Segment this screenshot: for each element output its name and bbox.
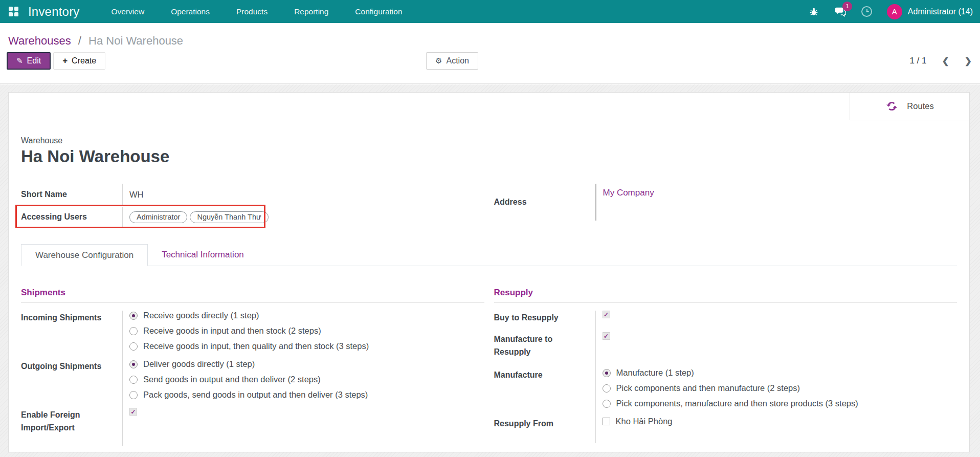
activities-clock-icon[interactable] <box>860 5 874 18</box>
manufacture-label: Manufacture <box>494 368 595 417</box>
routes-button[interactable]: Routes <box>850 93 969 120</box>
content-area: Routes Warehouse Ha Noi Warehouse Short … <box>0 84 980 457</box>
pager-count[interactable]: 1 / 1 <box>909 56 926 66</box>
accessing-users-tags: Administrator Nguyễn Thanh Thư <box>129 211 269 223</box>
option-label: Send goods in output and then deliver (2… <box>143 375 321 384</box>
option-label: Pack goods, send goods in output and the… <box>143 390 368 400</box>
accessing-users-row: Accessing Users Administrator Nguyễn Tha… <box>21 205 484 229</box>
tab-technical-information[interactable]: Technical Information <box>148 244 258 266</box>
buy-to-resupply-label: Buy to Resupply <box>494 311 595 332</box>
address-company-link[interactable]: My Company <box>603 188 654 198</box>
resupply-section: Resupply Buy to Resupply Manufacture to … <box>494 288 957 446</box>
breadcrumb-separator: / <box>78 34 81 47</box>
menu-products[interactable]: Products <box>236 7 268 16</box>
outgoing-shipments-row: Outgoing Shipments Deliver goods directl… <box>21 359 484 408</box>
shipments-section: Shipments Incoming Shipments Receive goo… <box>21 288 484 446</box>
gear-icon: ⚙ <box>435 56 442 66</box>
resupply-from-row: Resupply From Kho Hải Phòng <box>494 417 957 443</box>
short-name-label: Short Name <box>21 188 122 201</box>
breadcrumb: Warehouses / Ha Noi Warehouse <box>8 34 183 48</box>
option-label: Pick components and then manufacture (2 … <box>616 383 800 393</box>
short-name-row: Short Name WH <box>21 184 484 205</box>
create-button[interactable]: + Create <box>53 52 105 70</box>
option-label: Kho Hải Phòng <box>616 417 673 426</box>
radio-manufacture-3steps[interactable] <box>603 400 611 408</box>
incoming-shipments-label: Incoming Shipments <box>21 311 122 359</box>
menu-reporting[interactable]: Reporting <box>294 7 328 16</box>
messages-icon[interactable]: 1 <box>834 5 847 18</box>
debug-bug-icon[interactable] <box>807 5 820 18</box>
user-menu[interactable]: A Administrator (14) <box>887 4 973 19</box>
notebook-tabs: Warehouse Configuration Technical Inform… <box>21 244 957 266</box>
buy-to-resupply-row: Buy to Resupply <box>494 311 957 332</box>
manufacture-row: Manufacture Manufacture (1 step) Pick co… <box>494 368 957 417</box>
outgoing-shipments-label: Outgoing Shipments <box>21 359 122 408</box>
user-tag: Nguyễn Thanh Thư <box>190 211 268 223</box>
warehouse-field-label: Warehouse <box>21 136 957 145</box>
resupply-title: Resupply <box>494 288 957 302</box>
message-count-badge: 1 <box>842 2 852 11</box>
plus-icon: + <box>62 56 68 66</box>
address-label: Address <box>494 196 595 209</box>
app-name[interactable]: Inventory <box>28 5 80 19</box>
manufacture-to-resupply-label: Manufacture to Resupply <box>494 332 595 368</box>
chevron-left-icon[interactable]: ❮ <box>942 56 949 67</box>
option-label: Receive goods in input and then stock (2… <box>143 326 321 336</box>
option-label: Manufacture (1 step) <box>616 368 694 378</box>
control-panel: Warehouses / Ha Noi Warehouse ✎ Edit + C… <box>0 23 980 84</box>
radio-outgoing-2steps[interactable] <box>129 376 138 384</box>
incoming-shipments-row: Incoming Shipments Receive goods directl… <box>21 311 484 359</box>
radio-outgoing-3steps[interactable] <box>129 391 138 399</box>
apps-grid-icon[interactable] <box>9 7 18 16</box>
main-menu: Overview Operations Products Reporting C… <box>112 7 403 16</box>
user-avatar: A <box>887 4 902 19</box>
user-name: Administrator (14) <box>908 7 973 16</box>
warehouse-form-sheet: Routes Warehouse Ha Noi Warehouse Short … <box>8 92 970 452</box>
breadcrumb-warehouses[interactable]: Warehouses <box>8 34 71 47</box>
foreign-import-export-row: Enable Foreign Import/Export <box>21 408 484 446</box>
pencil-icon: ✎ <box>16 56 23 66</box>
checkbox-manufacture-to-resupply[interactable] <box>603 332 610 340</box>
radio-incoming-2steps[interactable] <box>129 327 138 335</box>
radio-manufacture-1step[interactable] <box>603 369 611 377</box>
right-field-group: Address My Company <box>494 184 957 229</box>
checkbox-buy-to-resupply[interactable] <box>603 311 610 318</box>
checkbox-resupply-from-kho-hai-phong[interactable] <box>603 418 610 425</box>
accessing-users-label: Accessing Users <box>21 211 122 224</box>
address-row: Address My Company <box>494 184 957 221</box>
menu-overview[interactable]: Overview <box>112 7 145 16</box>
left-field-group: Short Name WH Accessing Users Administra… <box>21 184 484 229</box>
shipments-title: Shipments <box>21 288 484 302</box>
tab-warehouse-configuration[interactable]: Warehouse Configuration <box>21 244 148 266</box>
foreign-import-export-label: Enable Foreign Import/Export <box>21 408 122 446</box>
menu-operations[interactable]: Operations <box>171 7 210 16</box>
user-tag: Administrator <box>129 211 187 223</box>
page-title: Ha Noi Warehouse <box>21 147 957 166</box>
checkbox-foreign-import-export[interactable] <box>129 408 137 416</box>
short-name-value: WH <box>122 184 484 205</box>
menu-configuration[interactable]: Configuration <box>355 7 402 16</box>
top-navbar: Inventory Overview Operations Products R… <box>0 0 980 23</box>
pager: 1 / 1 ❮ ❯ <box>909 52 972 70</box>
radio-manufacture-2steps[interactable] <box>603 384 611 393</box>
option-label: Receive goods directly (1 step) <box>143 311 259 320</box>
resupply-from-label: Resupply From <box>494 417 595 443</box>
radio-incoming-3steps[interactable] <box>129 342 138 351</box>
radio-incoming-1step[interactable] <box>129 312 138 320</box>
edit-button[interactable]: ✎ Edit <box>7 52 51 70</box>
action-button[interactable]: ⚙ Action <box>426 52 478 70</box>
manufacture-to-resupply-row: Manufacture to Resupply <box>494 332 957 368</box>
breadcrumb-current: Ha Noi Warehouse <box>88 34 183 47</box>
routes-label: Routes <box>907 101 933 111</box>
option-label: Deliver goods directly (1 step) <box>143 359 255 369</box>
chevron-right-icon[interactable]: ❯ <box>965 56 972 67</box>
option-label: Pick components, manufacture and then st… <box>616 399 858 408</box>
refresh-icon <box>885 100 898 113</box>
radio-outgoing-1step[interactable] <box>129 360 138 368</box>
option-label: Receive goods in input, then quality and… <box>143 341 369 351</box>
